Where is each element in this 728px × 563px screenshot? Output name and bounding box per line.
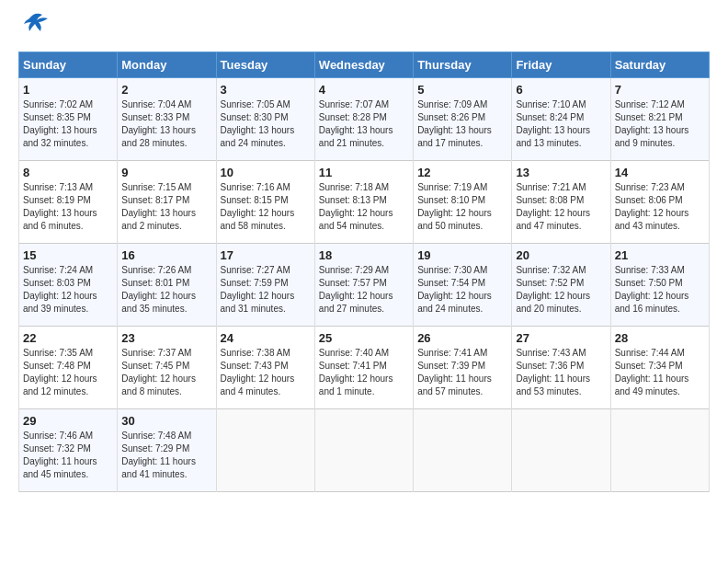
day-of-week-header: Sunday: [19, 52, 118, 78]
day-info: Sunrise: 7:04 AM Sunset: 8:33 PM Dayligh…: [121, 98, 211, 150]
day-number: 4: [319, 83, 409, 97]
calendar-week-row: 1Sunrise: 7:02 AM Sunset: 8:35 PM Daylig…: [19, 78, 710, 161]
day-info: Sunrise: 7:09 AM Sunset: 8:26 PM Dayligh…: [417, 98, 507, 150]
day-info: Sunrise: 7:44 AM Sunset: 7:34 PM Dayligh…: [615, 347, 705, 398]
calendar-day-cell: 6Sunrise: 7:10 AM Sunset: 8:24 PM Daylig…: [512, 78, 610, 161]
day-info: Sunrise: 7:27 AM Sunset: 7:59 PM Dayligh…: [221, 264, 311, 316]
calendar-day-cell: 15Sunrise: 7:24 AM Sunset: 8:03 PM Dayli…: [19, 244, 118, 327]
day-info: Sunrise: 7:41 AM Sunset: 7:39 PM Dayligh…: [417, 347, 507, 398]
page-header: [18, 18, 710, 42]
day-info: Sunrise: 7:30 AM Sunset: 7:54 PM Dayligh…: [417, 264, 507, 316]
day-number: 28: [615, 331, 705, 345]
calendar-day-cell: 3Sunrise: 7:05 AM Sunset: 8:30 PM Daylig…: [216, 78, 314, 161]
day-number: 19: [417, 248, 507, 262]
logo: [18, 18, 51, 42]
calendar-day-cell: 8Sunrise: 7:13 AM Sunset: 8:19 PM Daylig…: [19, 161, 118, 244]
calendar-day-cell: 24Sunrise: 7:38 AM Sunset: 7:43 PM Dayli…: [216, 327, 314, 409]
day-number: 17: [221, 248, 311, 262]
day-info: Sunrise: 7:02 AM Sunset: 8:35 PM Dayligh…: [23, 98, 113, 150]
calendar-day-cell: 10Sunrise: 7:16 AM Sunset: 8:15 PM Dayli…: [216, 161, 314, 244]
day-info: Sunrise: 7:43 AM Sunset: 7:36 PM Dayligh…: [516, 347, 606, 398]
day-of-week-header: Friday: [512, 52, 610, 78]
calendar-day-cell: 18Sunrise: 7:29 AM Sunset: 7:57 PM Dayli…: [314, 244, 413, 327]
day-info: Sunrise: 7:40 AM Sunset: 7:41 PM Dayligh…: [319, 347, 409, 398]
calendar-day-cell: 2Sunrise: 7:04 AM Sunset: 8:33 PM Daylig…: [118, 78, 216, 161]
day-number: 5: [417, 83, 507, 97]
day-number: 30: [121, 414, 211, 428]
day-of-week-header: Thursday: [414, 52, 512, 78]
calendar-day-cell: 25Sunrise: 7:40 AM Sunset: 7:41 PM Dayli…: [314, 327, 413, 409]
day-number: 24: [221, 331, 311, 345]
calendar-day-cell: 28Sunrise: 7:44 AM Sunset: 7:34 PM Dayli…: [610, 327, 709, 409]
day-number: 22: [23, 331, 113, 345]
day-number: 6: [516, 83, 606, 97]
day-number: 13: [516, 166, 606, 179]
day-info: Sunrise: 7:07 AM Sunset: 8:28 PM Dayligh…: [319, 98, 409, 150]
day-number: 25: [319, 331, 409, 345]
calendar-week-row: 22Sunrise: 7:35 AM Sunset: 7:48 PM Dayli…: [19, 327, 710, 409]
day-info: Sunrise: 7:32 AM Sunset: 7:52 PM Dayligh…: [516, 264, 606, 316]
calendar-day-cell: [512, 409, 610, 492]
calendar-day-cell: 4Sunrise: 7:07 AM Sunset: 8:28 PM Daylig…: [314, 78, 413, 161]
calendar-day-cell: [414, 409, 512, 492]
day-info: Sunrise: 7:18 AM Sunset: 8:13 PM Dayligh…: [319, 181, 409, 233]
day-info: Sunrise: 7:19 AM Sunset: 8:10 PM Dayligh…: [417, 181, 507, 233]
calendar-week-row: 15Sunrise: 7:24 AM Sunset: 8:03 PM Dayli…: [19, 244, 710, 327]
calendar-day-cell: [216, 409, 314, 492]
day-info: Sunrise: 7:46 AM Sunset: 7:32 PM Dayligh…: [23, 430, 113, 481]
day-number: 27: [516, 331, 606, 345]
day-number: 20: [516, 248, 606, 262]
calendar-day-cell: 5Sunrise: 7:09 AM Sunset: 8:26 PM Daylig…: [414, 78, 512, 161]
calendar-day-cell: [314, 409, 413, 492]
calendar-day-cell: 29Sunrise: 7:46 AM Sunset: 7:32 PM Dayli…: [19, 409, 118, 492]
calendar-day-cell: 27Sunrise: 7:43 AM Sunset: 7:36 PM Dayli…: [512, 327, 610, 409]
calendar-day-cell: 13Sunrise: 7:21 AM Sunset: 8:08 PM Dayli…: [512, 161, 610, 244]
day-number: 11: [319, 166, 409, 179]
day-info: Sunrise: 7:15 AM Sunset: 8:17 PM Dayligh…: [121, 181, 211, 233]
day-info: Sunrise: 7:16 AM Sunset: 8:15 PM Dayligh…: [221, 181, 311, 233]
calendar-day-cell: 14Sunrise: 7:23 AM Sunset: 8:06 PM Dayli…: [610, 161, 709, 244]
day-number: 29: [23, 414, 113, 428]
day-of-week-header: Saturday: [610, 52, 709, 78]
day-number: 1: [23, 83, 113, 97]
calendar-day-cell: 16Sunrise: 7:26 AM Sunset: 8:01 PM Dayli…: [118, 244, 216, 327]
day-info: Sunrise: 7:23 AM Sunset: 8:06 PM Dayligh…: [615, 181, 705, 233]
day-number: 26: [417, 331, 507, 345]
calendar-day-cell: 17Sunrise: 7:27 AM Sunset: 7:59 PM Dayli…: [216, 244, 314, 327]
calendar-table: SundayMondayTuesdayWednesdayThursdayFrid…: [18, 52, 710, 492]
day-number: 14: [615, 166, 705, 179]
calendar-week-row: 8Sunrise: 7:13 AM Sunset: 8:19 PM Daylig…: [19, 161, 710, 244]
day-info: Sunrise: 7:35 AM Sunset: 7:48 PM Dayligh…: [23, 347, 113, 398]
day-info: Sunrise: 7:48 AM Sunset: 7:29 PM Dayligh…: [121, 430, 211, 481]
calendar-day-cell: 19Sunrise: 7:30 AM Sunset: 7:54 PM Dayli…: [414, 244, 512, 327]
day-number: 3: [221, 83, 311, 97]
day-number: 10: [221, 166, 311, 179]
logo-bird-icon: [22, 9, 51, 42]
day-info: Sunrise: 7:26 AM Sunset: 8:01 PM Dayligh…: [121, 264, 211, 316]
day-number: 21: [615, 248, 705, 262]
calendar-day-cell: 21Sunrise: 7:33 AM Sunset: 7:50 PM Dayli…: [610, 244, 709, 327]
day-info: Sunrise: 7:38 AM Sunset: 7:43 PM Dayligh…: [221, 347, 311, 398]
day-of-week-header: Monday: [118, 52, 216, 78]
day-number: 8: [23, 166, 113, 179]
day-info: Sunrise: 7:33 AM Sunset: 7:50 PM Dayligh…: [615, 264, 705, 316]
calendar-day-cell: 11Sunrise: 7:18 AM Sunset: 8:13 PM Dayli…: [314, 161, 413, 244]
calendar-day-cell: 20Sunrise: 7:32 AM Sunset: 7:52 PM Dayli…: [512, 244, 610, 327]
day-info: Sunrise: 7:21 AM Sunset: 8:08 PM Dayligh…: [516, 181, 606, 233]
day-of-week-header: Tuesday: [216, 52, 314, 78]
day-number: 16: [121, 248, 211, 262]
day-info: Sunrise: 7:13 AM Sunset: 8:19 PM Dayligh…: [23, 181, 113, 233]
calendar-day-cell: 30Sunrise: 7:48 AM Sunset: 7:29 PM Dayli…: [118, 409, 216, 492]
calendar-day-cell: 23Sunrise: 7:37 AM Sunset: 7:45 PM Dayli…: [118, 327, 216, 409]
day-of-week-header: Wednesday: [314, 52, 413, 78]
calendar-day-cell: 22Sunrise: 7:35 AM Sunset: 7:48 PM Dayli…: [19, 327, 118, 409]
day-number: 23: [121, 331, 211, 345]
calendar-day-cell: 1Sunrise: 7:02 AM Sunset: 8:35 PM Daylig…: [19, 78, 118, 161]
day-info: Sunrise: 7:10 AM Sunset: 8:24 PM Dayligh…: [516, 98, 606, 150]
calendar-day-cell: 12Sunrise: 7:19 AM Sunset: 8:10 PM Dayli…: [414, 161, 512, 244]
day-number: 7: [615, 83, 705, 97]
day-info: Sunrise: 7:37 AM Sunset: 7:45 PM Dayligh…: [121, 347, 211, 398]
day-number: 12: [417, 166, 507, 179]
calendar-day-cell: 26Sunrise: 7:41 AM Sunset: 7:39 PM Dayli…: [414, 327, 512, 409]
day-number: 9: [121, 166, 211, 179]
